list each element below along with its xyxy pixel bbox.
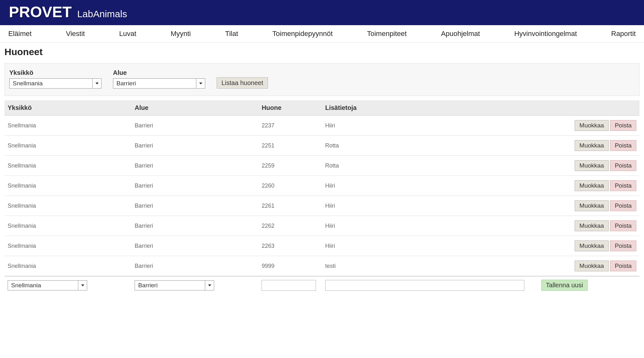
menu-item-toimenpidepyynnot[interactable]: Toimenpidepyynnöt	[270, 28, 335, 39]
col-header-area: Alue	[131, 100, 258, 116]
list-rooms-button[interactable]: Listaa huoneet	[217, 77, 268, 89]
cell-area: Barrieri	[131, 156, 258, 176]
filter-unit-select[interactable]: Snellmania	[9, 78, 102, 89]
new-unit-select[interactable]: Snellmania	[8, 280, 87, 290]
table-row: SnellmaniaBarrieri2262HiiriMuokkaaPoista	[4, 216, 640, 236]
menu-item-tilat[interactable]: Tilat	[223, 28, 241, 39]
table-row: SnellmaniaBarrieri9999testiMuokkaaPoista	[4, 256, 640, 276]
main-menu: Eläimet Viestit Luvat Myynti Tilat Toime…	[0, 25, 644, 43]
filter-unit-field: Yksikkö Snellmania	[9, 69, 102, 89]
filter-unit-label: Yksikkö	[9, 69, 102, 76]
menu-item-raportit[interactable]: Raportit	[609, 28, 638, 39]
menu-item-toimenpiteet[interactable]: Toimenpiteet	[364, 28, 409, 39]
cell-unit: Snellmania	[4, 256, 131, 276]
cell-info: Hiiri	[322, 216, 538, 236]
cell-info: Hiiri	[322, 236, 538, 256]
menu-item-elaimet[interactable]: Eläimet	[6, 28, 34, 39]
filter-area-label: Alue	[113, 69, 205, 76]
cell-info: Hiiri	[322, 116, 538, 136]
edit-button[interactable]: Muokkaa	[575, 140, 609, 151]
table-row: SnellmaniaBarrieri2259RottaMuokkaaPoista	[4, 156, 640, 176]
cell-unit: Snellmania	[4, 236, 131, 256]
delete-button[interactable]: Poista	[610, 240, 636, 251]
filter-area-value: Barrieri	[113, 79, 196, 88]
edit-button[interactable]: Muokkaa	[575, 220, 609, 231]
rooms-table: Yksikkö Alue Huone Lisätietoja Snellmani…	[4, 100, 640, 294]
new-info-input[interactable]	[325, 280, 524, 291]
cell-area: Barrieri	[131, 116, 258, 136]
delete-button[interactable]: Poista	[610, 220, 636, 231]
cell-room: 9999	[258, 256, 322, 276]
filter-action: Listaa huoneet	[217, 77, 268, 89]
cell-room: 2260	[258, 176, 322, 196]
cell-unit: Snellmania	[4, 196, 131, 216]
cell-unit: Snellmania	[4, 216, 131, 236]
table-row: SnellmaniaBarrieri2263HiiriMuokkaaPoista	[4, 236, 640, 256]
new-area-select[interactable]: Barrieri	[135, 280, 214, 290]
filter-unit-value: Snellmania	[10, 79, 92, 88]
col-header-unit: Yksikkö	[4, 100, 131, 116]
brand-subtitle: LabAnimals	[77, 9, 127, 19]
cell-info: testi	[322, 256, 538, 276]
cell-area: Barrieri	[131, 216, 258, 236]
table-row: SnellmaniaBarrieri2251RottaMuokkaaPoista	[4, 136, 640, 156]
chevron-down-icon	[205, 281, 214, 290]
cell-room: 2261	[258, 196, 322, 216]
cell-room: 2251	[258, 136, 322, 156]
edit-button[interactable]: Muokkaa	[575, 180, 609, 191]
brand-logo: PROVET	[9, 3, 72, 21]
cell-room: 2262	[258, 216, 322, 236]
cell-info: Hiiri	[322, 196, 538, 216]
menu-item-apuohjelmat[interactable]: Apuohjelmat	[438, 28, 482, 39]
filter-area-field: Alue Barrieri	[113, 69, 205, 89]
cell-area: Barrieri	[131, 256, 258, 276]
app-header: PROVET LabAnimals	[0, 0, 644, 25]
new-row: Snellmania Barrieri	[4, 276, 640, 294]
new-area-value: Barrieri	[135, 281, 205, 290]
cell-room: 2237	[258, 116, 322, 136]
chevron-down-icon	[78, 281, 87, 290]
cell-info: Rotta	[322, 136, 538, 156]
new-room-input[interactable]	[262, 280, 316, 291]
table-row: SnellmaniaBarrieri2261HiiriMuokkaaPoista	[4, 196, 640, 216]
cell-room: 2259	[258, 156, 322, 176]
chevron-down-icon	[92, 79, 101, 88]
chevron-down-icon	[196, 79, 205, 88]
table-row: SnellmaniaBarrieri2237HiiriMuokkaaPoista	[4, 116, 640, 136]
menu-item-myynti[interactable]: Myynti	[168, 28, 193, 39]
delete-button[interactable]: Poista	[610, 160, 636, 171]
delete-button[interactable]: Poista	[610, 120, 636, 131]
delete-button[interactable]: Poista	[610, 140, 636, 151]
cell-room: 2263	[258, 236, 322, 256]
delete-button[interactable]: Poista	[610, 200, 636, 211]
delete-button[interactable]: Poista	[610, 180, 636, 191]
cell-unit: Snellmania	[4, 116, 131, 136]
cell-area: Barrieri	[131, 236, 258, 256]
col-header-room: Huone	[258, 100, 322, 116]
edit-button[interactable]: Muokkaa	[575, 120, 609, 131]
cell-info: Hiiri	[322, 176, 538, 196]
cell-unit: Snellmania	[4, 136, 131, 156]
new-unit-value: Snellmania	[8, 281, 78, 290]
col-header-info: Lisätietoja	[322, 100, 538, 116]
filter-panel: Yksikkö Snellmania Alue Barrieri Listaa …	[4, 63, 640, 96]
cell-area: Barrieri	[131, 176, 258, 196]
cell-unit: Snellmania	[4, 156, 131, 176]
filter-area-select[interactable]: Barrieri	[113, 78, 205, 89]
cell-unit: Snellmania	[4, 176, 131, 196]
cell-area: Barrieri	[131, 196, 258, 216]
table-row: SnellmaniaBarrieri2260HiiriMuokkaaPoista	[4, 176, 640, 196]
cell-info: Rotta	[322, 156, 538, 176]
delete-button[interactable]: Poista	[610, 261, 636, 271]
page-title: Huoneet	[0, 43, 644, 60]
col-header-actions	[538, 100, 640, 116]
edit-button[interactable]: Muokkaa	[575, 240, 609, 251]
cell-area: Barrieri	[131, 136, 258, 156]
menu-item-viestit[interactable]: Viestit	[63, 28, 88, 39]
edit-button[interactable]: Muokkaa	[575, 261, 609, 271]
edit-button[interactable]: Muokkaa	[575, 160, 609, 171]
edit-button[interactable]: Muokkaa	[575, 200, 609, 211]
menu-item-hyvinvointiongelmat[interactable]: Hyvinvointiongelmat	[512, 28, 579, 39]
save-new-button[interactable]: Tallenna uusi	[541, 280, 588, 291]
menu-item-luvat[interactable]: Luvat	[117, 28, 139, 39]
